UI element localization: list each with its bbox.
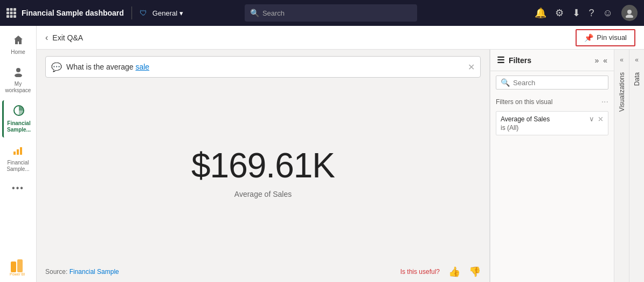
qa-query-text: What is the average sale bbox=[66, 63, 149, 71]
pin-visual-button[interactable]: 📌 Pin visual bbox=[576, 29, 635, 46]
app-launcher-icon[interactable] bbox=[6, 8, 16, 18]
filters-panel: ☰ Filters » « 🔍 Filters on this visual ·… bbox=[490, 50, 614, 282]
filters-search-input[interactable] bbox=[513, 79, 604, 87]
svg-text:Power BI: Power BI bbox=[10, 272, 25, 276]
feedback-icon[interactable]: ☺ bbox=[603, 8, 613, 19]
chat-bubble-icon: 💬 bbox=[51, 62, 62, 72]
svg-rect-3 bbox=[6, 12, 9, 15]
source-link[interactable]: Financial Sample bbox=[70, 268, 119, 276]
svg-rect-18 bbox=[17, 259, 23, 272]
expand-filters-icon[interactable]: » bbox=[594, 56, 599, 65]
svg-point-9 bbox=[627, 10, 632, 14]
pin-icon: 📌 bbox=[584, 33, 593, 42]
filter-item-value: is (All) bbox=[501, 124, 604, 132]
sidebar-item-home-label: Home bbox=[11, 49, 25, 56]
svg-rect-6 bbox=[6, 15, 9, 18]
filter-icon: ☰ bbox=[497, 55, 504, 65]
filter-item-header: Average of Sales ∨ ⤬ bbox=[501, 115, 604, 123]
filters-section-title: Filters on this visual ··· bbox=[490, 94, 614, 109]
filters-header-icons: » « bbox=[594, 56, 607, 65]
feedback-question: Is this useful? bbox=[400, 268, 440, 276]
clear-input-icon[interactable]: ✕ bbox=[468, 62, 475, 72]
chevron-down-icon: ▾ bbox=[179, 9, 183, 17]
filter-expand-icon[interactable]: ∨ bbox=[589, 115, 594, 123]
collapse-filters-icon[interactable]: « bbox=[603, 56, 607, 65]
filters-header: ☰ Filters » « bbox=[490, 50, 614, 71]
sidebar-item-workspace-label: My workspace bbox=[4, 81, 32, 94]
svg-rect-2 bbox=[13, 8, 16, 11]
general-section-selector[interactable]: General ▾ bbox=[153, 9, 183, 17]
qa-left-panel: 💬 What is the average sale ✕ $169.61K Av… bbox=[37, 50, 489, 282]
data-panel-tab[interactable]: « Data bbox=[629, 50, 644, 282]
notifications-icon[interactable]: 🔔 bbox=[535, 7, 546, 19]
svg-rect-0 bbox=[6, 8, 9, 11]
visualizations-collapse-icon[interactable]: « bbox=[618, 54, 626, 66]
qa-input-bar[interactable]: 💬 What is the average sale ✕ bbox=[45, 56, 481, 78]
qa-source-footer: Source: Financial Sample Is this useful?… bbox=[37, 262, 489, 282]
sidebar: Home My workspace Financial Sample... bbox=[0, 26, 37, 282]
search-input[interactable] bbox=[262, 9, 412, 17]
data-label[interactable]: Data bbox=[633, 68, 641, 90]
svg-rect-16 bbox=[20, 147, 22, 155]
qa-feedback: Is this useful? 👍 👎 bbox=[400, 266, 481, 278]
filters-search-bar[interactable]: 🔍 bbox=[496, 75, 608, 90]
exit-qa-label: Exit Q&A bbox=[52, 33, 83, 42]
filter-item-controls: ∨ ⤬ bbox=[589, 115, 604, 123]
thumbs-down-icon[interactable]: 👎 bbox=[469, 266, 481, 278]
general-label: General bbox=[153, 9, 177, 17]
qa-value-display: $169.61K Average of Sales bbox=[37, 82, 489, 262]
svg-rect-1 bbox=[10, 8, 13, 11]
help-icon[interactable]: ? bbox=[589, 8, 594, 19]
sidebar-item-financial-1-label: Financial Sample... bbox=[6, 120, 32, 133]
financial-report-icon bbox=[12, 144, 24, 159]
data-collapse-icon[interactable]: « bbox=[633, 54, 641, 66]
sidebar-item-financial-2-label: Financial Sample... bbox=[4, 160, 32, 173]
shield-icon: 🛡 bbox=[140, 9, 147, 17]
app-title: Financial Sample dashboard bbox=[22, 9, 124, 17]
settings-icon[interactable]: ⚙ bbox=[555, 7, 564, 19]
nav-divider bbox=[131, 6, 132, 19]
download-icon[interactable]: ⬇ bbox=[572, 7, 580, 19]
qa-result-label: Average of Sales bbox=[234, 190, 292, 198]
svg-rect-15 bbox=[17, 149, 19, 155]
exit-qa-button[interactable]: ‹ Exit Q&A bbox=[45, 33, 83, 43]
filters-title: ☰ Filters bbox=[497, 55, 531, 65]
svg-rect-17 bbox=[11, 262, 16, 272]
visualizations-label[interactable]: Visualizations bbox=[618, 68, 626, 116]
filter-item-name: Average of Sales bbox=[501, 115, 550, 123]
nav-icon-group: 🔔 ⚙ ⬇ ? ☺ bbox=[535, 5, 638, 21]
qa-underlined-word: sale bbox=[135, 63, 149, 71]
main-layout: Home My workspace Financial Sample... bbox=[0, 26, 644, 282]
sidebar-more-button[interactable]: ••• bbox=[8, 179, 29, 197]
back-arrow-icon: ‹ bbox=[45, 33, 48, 43]
content-area: ‹ Exit Q&A 📌 Pin visual 💬 What is the av… bbox=[37, 26, 644, 282]
sidebar-item-financial-2[interactable]: Financial Sample... bbox=[2, 140, 34, 177]
svg-rect-4 bbox=[10, 12, 13, 15]
svg-point-12 bbox=[15, 74, 22, 78]
filters-section-label: Filters on this visual bbox=[496, 98, 552, 106]
workspace-icon bbox=[13, 66, 24, 80]
qa-result-value: $169.61K bbox=[191, 146, 335, 185]
visualizations-panel-tab[interactable]: « Visualizations bbox=[614, 50, 629, 282]
filters-more-icon[interactable]: ··· bbox=[601, 97, 608, 107]
svg-point-11 bbox=[16, 68, 20, 72]
sidebar-item-home[interactable]: Home bbox=[2, 30, 34, 60]
search-icon: 🔍 bbox=[250, 9, 259, 17]
svg-rect-5 bbox=[13, 12, 16, 15]
svg-rect-7 bbox=[10, 15, 13, 18]
global-search-bar[interactable]: 🔍 bbox=[245, 4, 417, 22]
avatar[interactable] bbox=[621, 5, 638, 21]
source-prefix: Source: bbox=[45, 268, 67, 276]
sub-toolbar: ‹ Exit Q&A 📌 Pin visual bbox=[37, 26, 644, 50]
right-panel-tabs: « Visualizations « Data bbox=[614, 50, 644, 282]
qa-area: 💬 What is the average sale ✕ $169.61K Av… bbox=[37, 50, 644, 282]
thumbs-up-icon[interactable]: 👍 bbox=[448, 266, 460, 278]
filter-clear-icon[interactable]: ⤬ bbox=[598, 115, 604, 123]
filter-item: Average of Sales ∨ ⤬ is (All) bbox=[496, 111, 608, 135]
powerbi-logo: Power BI bbox=[9, 257, 28, 277]
sidebar-item-my-workspace[interactable]: My workspace bbox=[2, 62, 34, 98]
svg-rect-14 bbox=[13, 152, 16, 155]
sidebar-item-financial-1[interactable]: Financial Sample... bbox=[2, 100, 34, 137]
pin-visual-label: Pin visual bbox=[597, 33, 627, 42]
svg-point-10 bbox=[626, 15, 633, 18]
